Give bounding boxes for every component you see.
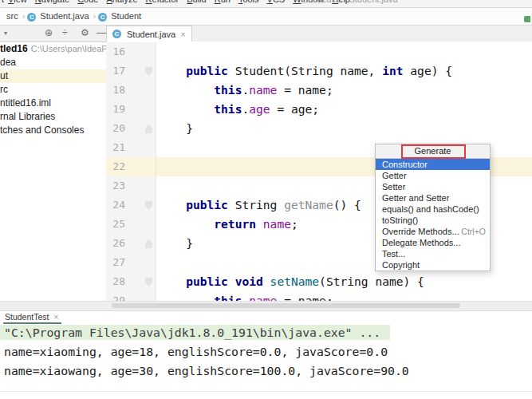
tab-student-java[interactable]: C Student.java × — [106, 26, 192, 41]
menu-item-navigate[interactable]: Navigate — [31, 0, 73, 6]
menu-item-vcs[interactable]: VCS — [263, 0, 290, 6]
generate-item-override-methods[interactable]: Override Methods...Ctrl+O — [376, 226, 490, 237]
tree-item-tches-and-consoles[interactable]: tches and Consoles — [0, 124, 106, 137]
chevron-down-icon[interactable]: ▾ — [4, 30, 7, 37]
generate-popup-header[interactable]: Generate — [376, 144, 490, 159]
generate-item-constructor[interactable]: Constructor — [376, 159, 490, 170]
class-icon: C — [27, 13, 36, 22]
generate-item-tostring[interactable]: toString() — [376, 215, 490, 226]
code-text — [156, 253, 158, 272]
close-icon[interactable]: × — [53, 313, 58, 322]
code-text: return name; — [156, 215, 298, 234]
window-title: untitled16 - Student.java — [303, 0, 398, 6]
console-output: "C:\Program Files\Java\jdk1.8.0_191\bin\… — [0, 323, 532, 381]
horizontal-scrollbar[interactable] — [0, 301, 532, 311]
menu-item-tools[interactable]: Tools — [234, 0, 263, 6]
locate-icon[interactable]: ⊕ — [45, 27, 53, 38]
breadcrumb: src›CStudent.java›CStudent — [5, 11, 143, 22]
collapse-all-icon[interactable]: ÷ — [62, 27, 68, 38]
breadcrumb-item-src[interactable]: src — [5, 11, 20, 21]
breadcrumb-bar: src›CStudent.java›CStudent — [0, 8, 532, 26]
code-text — [156, 138, 158, 157]
menu-item-analyze[interactable]: Analyze — [102, 0, 141, 6]
code-line-18[interactable]: 18 this.name = name; — [106, 81, 532, 100]
class-icon: C — [112, 30, 121, 38]
code-text: public String getName() { — [156, 196, 361, 215]
code-line-17[interactable]: 17 public Student(String name, int age) … — [106, 61, 532, 81]
menu-item-run[interactable]: Run — [211, 0, 234, 6]
code-text — [156, 42, 158, 61]
generate-item-delegate-methods[interactable]: Delegate Methods... — [376, 237, 490, 248]
generate-popup-title: Generate — [415, 146, 451, 156]
scrollbar-thumb[interactable] — [112, 303, 460, 308]
plugin-icon-fragment — [524, 16, 530, 22]
code-text: this.name = name; — [156, 81, 333, 100]
project-root-name: tled16 — [0, 43, 28, 54]
line-number[interactable]: 19 — [106, 100, 156, 119]
settings-icon[interactable]: ⚙ — [81, 27, 89, 38]
toolbar-row: ▾ ⊕÷⚙— C Student.java × — [0, 26, 532, 42]
line-number[interactable]: 25 — [106, 215, 156, 234]
tree-item-ntitled16-iml[interactable]: ntitled16.iml — [0, 97, 106, 110]
menu-item-view[interactable]: View — [4, 0, 31, 6]
code-text: } — [156, 119, 193, 138]
code-text: public void setName(String name) { — [156, 272, 424, 291]
project-panel: tled16C:\Users\pan\IdeaProjects deautrcn… — [0, 42, 107, 301]
menu-bar-items: ViewNavigateCodeAnalyzeRefactorBuildRunT… — [4, 0, 354, 4]
project-root-item[interactable]: tled16C:\Users\pan\IdeaProjects — [0, 42, 106, 56]
tree-item-dea[interactable]: dea — [0, 56, 106, 69]
generate-item-getter-and-setter[interactable]: Getter and Setter — [376, 192, 490, 203]
code-text: } — [156, 234, 193, 253]
project-tree: deautrcntitled16.imlrnal Librariestches … — [0, 56, 106, 137]
tab-label: Student.java — [127, 30, 175, 39]
code-text: public Student(String name, int age) { — [156, 61, 452, 81]
tree-item-rnal-libraries[interactable]: rnal Libraries — [0, 110, 106, 124]
breadcrumb-item-student[interactable]: Student — [109, 11, 143, 21]
code-line-19[interactable]: 19 this.age = age; — [106, 100, 532, 119]
run-console: StudentTest × "C:\Program Files\Java\jdk… — [0, 311, 532, 399]
code-text: this.name = name; — [156, 291, 333, 301]
divider — [0, 391, 532, 392]
generate-popup: Generate ConstructorGetterSetterGetter a… — [375, 144, 491, 271]
code-line-16[interactable]: 16 — [106, 42, 532, 61]
code-line-28[interactable]: 28 public void setName(String name) { — [106, 272, 532, 291]
tab-studenttest[interactable]: StudentTest × — [3, 311, 61, 324]
generate-item-equals-and-hashcode[interactable]: equals() and hashCode() — [376, 203, 490, 215]
project-root-path: C:\Users\pan\IdeaProjects — [31, 44, 106, 53]
code-text — [156, 157, 158, 176]
chevron-right-icon: › — [20, 11, 28, 21]
tree-item-rc[interactable]: rc — [0, 83, 106, 97]
console-line: name=xiaoming, age=18, englishScore=0.0,… — [0, 342, 532, 361]
generate-item-setter[interactable]: Setter — [376, 181, 490, 192]
console-tab-label: StudentTest — [5, 312, 49, 322]
line-number[interactable]: 22 — [106, 157, 156, 176]
menu-item-build[interactable]: Build — [183, 0, 210, 6]
code-line-20[interactable]: 20 } — [106, 119, 532, 138]
line-number[interactable]: 18 — [106, 81, 156, 100]
line-number[interactable]: 29 — [106, 291, 156, 301]
line-number[interactable]: 27 — [106, 253, 156, 272]
menu-bar: tViewNavigateCodeAnalyzeRefactorBuildRun… — [0, 0, 532, 8]
class-icon: C — [98, 13, 107, 22]
line-number[interactable]: 23 — [106, 176, 156, 196]
ide-window: tViewNavigateCodeAnalyzeRefactorBuildRun… — [0, 0, 532, 399]
tree-item-ut[interactable]: ut — [0, 69, 106, 83]
generate-item-test[interactable]: Test... — [376, 248, 490, 259]
breadcrumb-item-student-java[interactable]: Student.java — [38, 11, 90, 21]
console-line: "C:\Program Files\Java\jdk1.8.0_191\bin\… — [0, 323, 532, 342]
code-line-29[interactable]: 29 this.name = name; — [106, 291, 532, 301]
code-text: this.age = age; — [156, 100, 319, 119]
generate-popup-list: ConstructorGetterSetterGetter and Setter… — [376, 159, 490, 271]
menu-item-refactor[interactable]: Refactor — [142, 0, 183, 6]
line-number[interactable]: 21 — [106, 138, 156, 157]
line-number[interactable]: 16 — [106, 42, 156, 61]
console-line: name=xiaowang, age=30, englishScore=100.… — [0, 361, 532, 381]
menu-item-code[interactable]: Code — [73, 0, 102, 6]
chevron-right-icon: › — [91, 11, 99, 21]
generate-item-getter[interactable]: Getter — [376, 170, 490, 181]
generate-item-copyright[interactable]: Copyright — [376, 259, 490, 271]
hide-icon[interactable]: — — [97, 27, 106, 38]
code-text — [156, 176, 158, 196]
close-icon[interactable]: × — [180, 30, 185, 39]
